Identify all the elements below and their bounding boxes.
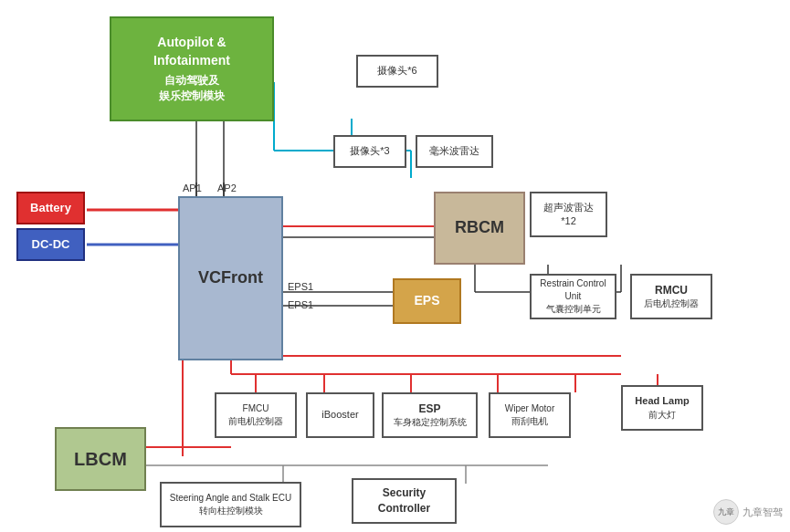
radar-label: 毫米波雷达: [429, 144, 479, 158]
battery-box: Battery: [16, 192, 85, 224]
ibooster-label: iBooster: [321, 408, 358, 422]
dcdc-label: DC-DC: [32, 236, 70, 253]
ultrasonic-box: 超声波雷达 *12: [530, 192, 607, 237]
rmcu-label-cn: 后电机控制器: [644, 297, 699, 310]
logo: 九章 九章智驾: [713, 499, 783, 525]
wiper-label-en: Wiper Motor: [505, 402, 554, 415]
eps-box: EPS: [393, 278, 461, 324]
camera3-box: 摄像头*3: [333, 135, 406, 168]
vcfront-box: VCFront: [178, 196, 283, 360]
autopilot-label-cn: 自动驾驶及 娱乐控制模块: [159, 73, 225, 104]
headlamp-label-en: Head Lamp: [635, 394, 689, 408]
battery-label: Battery: [30, 200, 71, 216]
lbcm-box: LBCM: [55, 427, 146, 491]
lbcm-label: LBCM: [74, 446, 127, 472]
rcunit-label-cn: 气囊控制单元: [546, 303, 601, 316]
headlamp-label-cn: 前大灯: [648, 409, 676, 422]
fmcu-box: FMCU 前电机控制器: [215, 392, 297, 438]
eps1-label1: EPS1: [288, 281, 313, 292]
steering-label-cn: 转向柱控制模块: [199, 505, 263, 517]
ultrasonic-label: 超声波雷达 *12: [543, 201, 594, 229]
esp-label-en: ESP: [418, 402, 440, 417]
eps1-label2: EPS1: [288, 299, 313, 310]
ap2-label: AP2: [217, 183, 237, 193]
camera6-box: 摄像头*6: [356, 55, 438, 88]
security-label-cn: Controller: [378, 501, 430, 516]
eps-label: EPS: [414, 292, 439, 310]
rmcu-label-en: RMCU: [655, 283, 688, 298]
dcdc-box: DC-DC: [16, 228, 85, 261]
autopilot-label-en: Autopilot & Infotainment: [153, 34, 230, 69]
rmcu-box: RMCU 后电机控制器: [630, 274, 712, 319]
logo-icon: 九章: [713, 499, 739, 525]
fmcu-label-en: FMCU: [243, 402, 269, 415]
rcunit-box: Restrain Control Unit 气囊控制单元: [530, 274, 616, 319]
steering-label-en: Steering Angle and Stalk ECU: [170, 492, 291, 505]
vcfront-label: VCFront: [198, 266, 263, 289]
logo-text: 九章智驾: [743, 506, 783, 519]
radar-box: 毫米波雷达: [416, 135, 493, 168]
esp-box: ESP 车身稳定控制系统: [382, 392, 478, 438]
camera3-label: 摄像头*3: [350, 144, 389, 158]
ap1-label: AP1: [183, 183, 202, 193]
headlamp-box: Head Lamp 前大灯: [621, 385, 703, 431]
wiper-label-cn: 雨刮电机: [511, 415, 548, 428]
rbcm-label: RBCM: [455, 216, 504, 239]
architecture-diagram: Autopilot & Infotainment 自动驾驶及 娱乐控制模块 摄像…: [0, 0, 790, 532]
fmcu-label-cn: 前电机控制器: [228, 415, 283, 428]
esp-label-cn: 车身稳定控制系统: [394, 416, 467, 429]
camera6-label: 摄像头*6: [377, 64, 416, 78]
rbcm-box: RBCM: [434, 192, 525, 265]
steering-box: Steering Angle and Stalk ECU 转向柱控制模块: [160, 482, 301, 527]
security-label-en: Security: [383, 485, 426, 501]
ibooster-box: iBooster: [306, 392, 374, 438]
security-box: Security Controller: [352, 478, 457, 524]
autopilot-box: Autopilot & Infotainment 自动驾驶及 娱乐控制模块: [110, 16, 274, 121]
rcunit-label-en: Restrain Control Unit: [532, 277, 615, 303]
wiper-box: Wiper Motor 雨刮电机: [489, 392, 571, 438]
